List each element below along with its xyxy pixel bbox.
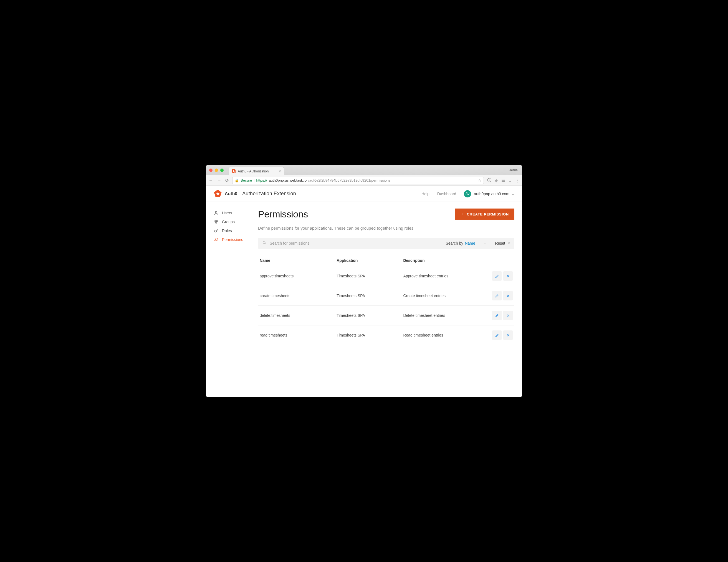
forward-button[interactable]: → [217,178,221,183]
col-application: Application [335,255,401,266]
search-input[interactable] [270,241,436,245]
table-row: create:timesheetsTimesheets SPACreate ti… [258,286,514,306]
browser-tab[interactable]: ★ Auth0 - Authorization × [229,167,284,175]
browser-toolbar: ← → ⟳ 🔒 Secure | https://auth0pnp.us.web… [206,175,522,186]
close-icon: ✕ [507,241,510,245]
svg-point-1 [215,220,216,222]
cell-application: Timesheets SPA [335,266,401,286]
help-link[interactable]: Help [421,191,429,196]
sidebar-item-users[interactable]: Users [214,208,258,217]
url-host: auth0pnp.us.webtask.io [269,178,307,182]
brand-label: Auth0 [225,191,237,196]
cell-application: Timesheets SPA [335,306,401,326]
edit-button[interactable] [492,311,502,320]
sidebar: Users Groups Roles [214,208,258,345]
search-by-dropdown[interactable]: Search by Name ⌄ [441,238,491,249]
cell-description: Delete timesheet entries [401,306,487,326]
search-by-label: Search by [446,241,463,245]
cell-name: delete:timesheets [258,306,335,326]
user-icon [214,210,219,215]
search-by-value: Name [465,241,475,245]
tenant-name[interactable]: auth0pnp.auth0.com [474,191,509,196]
svg-point-0 [215,211,217,213]
back-button[interactable]: ← [209,178,213,183]
search-box [258,238,441,249]
delete-button[interactable] [503,291,513,301]
create-permission-button[interactable]: ＋ CREATE PERMISSION [455,208,514,220]
dashboard-link[interactable]: Dashboard [437,191,456,196]
chevron-down-icon[interactable]: ⌄ [512,192,514,196]
extension-icon[interactable]: ◆ [495,178,498,183]
page-title: Permissions [258,209,308,220]
info-icon[interactable]: ⓘ [487,178,491,183]
url-scheme: https:// [256,178,267,182]
reset-label: Reset [495,241,505,245]
table-row: read:timesheetsTimesheets SPARead timesh… [258,326,514,345]
svg-point-5 [215,238,216,239]
svg-point-2 [216,220,218,222]
cell-description: Read timesheet entries [401,326,487,345]
url-path: /adf6e2f2b84784b57522e3b19dfc9201/permis… [308,178,390,182]
edit-button[interactable] [492,291,502,301]
app-header: ★ Auth0 Authorization Extension Help Das… [206,186,522,202]
col-description: Description [401,255,487,266]
edit-button[interactable] [492,331,502,340]
cell-name: approve:timesheets [258,266,335,286]
search-row: Search by Name ⌄ Reset ✕ [258,238,514,249]
tab-title: Auth0 - Authorization [238,169,269,173]
permissions-icon [214,237,219,242]
chrome-profile[interactable]: Jerrie [509,168,522,172]
plus-icon: ＋ [460,211,464,216]
pocket-icon[interactable]: ⌄ [508,178,512,183]
sidebar-item-label: Groups [222,220,235,224]
layers-icon[interactable]: ☰ [501,178,505,183]
edit-button[interactable] [492,271,502,281]
svg-point-4 [214,230,217,232]
create-label: CREATE PERMISSION [467,212,509,216]
table-row: approve:timesheetsTimesheets SPAApprove … [258,266,514,286]
col-name: Name [258,255,335,266]
reload-button[interactable]: ⟳ [225,178,229,183]
chevron-down-icon: ⌄ [484,241,486,245]
auth0-logo: ★ [214,190,222,198]
sidebar-item-permissions[interactable]: Permissions [214,235,258,244]
cell-name: read:timesheets [258,326,335,345]
groups-icon [214,219,219,224]
search-icon [262,241,266,246]
delete-button[interactable] [503,271,513,281]
close-window-button[interactable] [209,168,213,172]
svg-point-7 [263,241,265,243]
sidebar-item-label: Permissions [222,237,243,242]
browser-tabbar: ★ Auth0 - Authorization × Jerrie [206,165,522,175]
tenant-avatar[interactable]: AU [464,190,471,197]
roles-icon [214,228,219,233]
close-tab-icon[interactable]: × [279,169,281,173]
address-bar[interactable]: 🔒 Secure | https://auth0pnp.us.webtask.i… [232,177,484,184]
bookmark-star-icon[interactable]: ☆ [478,178,481,182]
reset-button[interactable]: Reset ✕ [491,238,514,249]
auth0-favicon: ★ [232,169,236,173]
browser-window: ★ Auth0 - Authorization × Jerrie ← → ⟳ 🔒… [206,165,522,397]
lock-icon: 🔒 [235,178,239,182]
cell-name: create:timesheets [258,286,335,306]
page-subtitle: Define permissions for your applications… [258,226,514,230]
table-row: delete:timesheetsTimesheets SPADelete ti… [258,306,514,326]
cell-description: Create timesheet entries [401,286,487,306]
sidebar-item-groups[interactable]: Groups [214,217,258,226]
app-title: Authorization Extension [242,191,296,196]
window-controls [206,165,227,175]
sidebar-item-label: Users [222,211,232,215]
delete-button[interactable] [503,331,513,340]
maximize-window-button[interactable] [220,168,224,172]
extension-icons: ⓘ ◆ ☰ ⌄ ⋮ [487,178,519,183]
svg-point-6 [217,238,218,239]
sidebar-item-label: Roles [222,228,232,233]
cell-application: Timesheets SPA [335,326,401,345]
permissions-table: Name Application Description approve:tim… [258,255,514,345]
minimize-window-button[interactable] [215,168,218,172]
delete-button[interactable] [503,311,513,320]
main: Permissions ＋ CREATE PERMISSION Define p… [258,208,514,345]
sidebar-item-roles[interactable]: Roles [214,226,258,235]
chrome-menu-icon[interactable]: ⋮ [515,178,519,183]
secure-label: Secure [241,178,252,182]
